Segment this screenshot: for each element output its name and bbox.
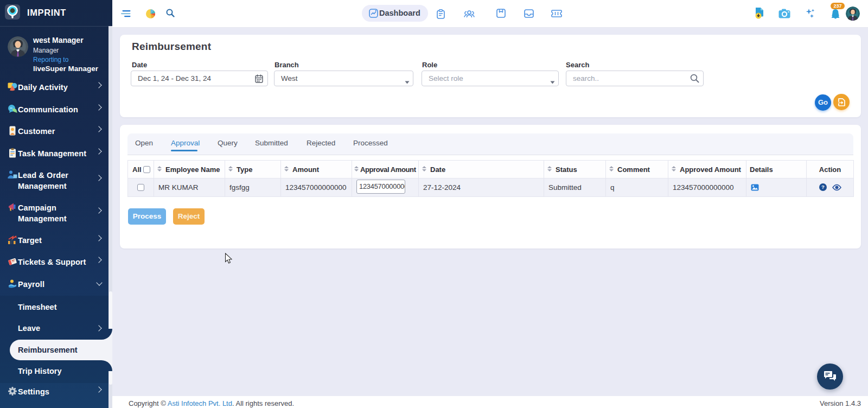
svg-text:?: ? — [821, 184, 825, 190]
